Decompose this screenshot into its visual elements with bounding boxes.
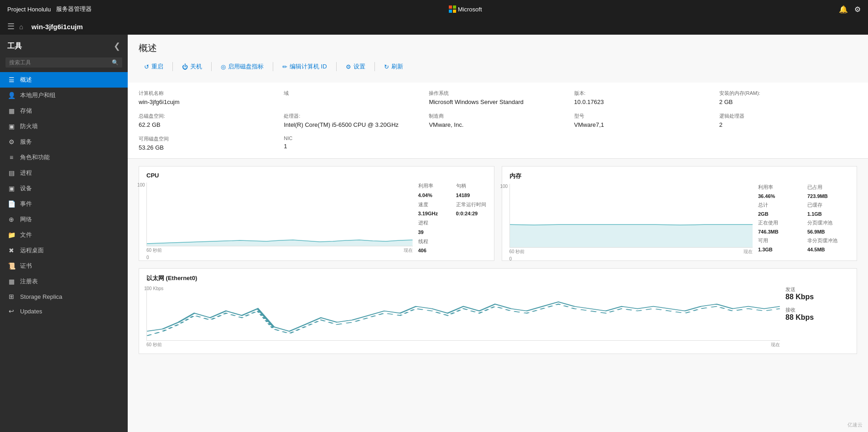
- memory-graph-container: 100 0 60 秒前 现在: [509, 184, 753, 255]
- sidebar-item-updates[interactable]: ↩ Updates: [0, 304, 128, 318]
- sidebar-search-area: 🔍: [0, 55, 128, 72]
- net-receive-stat: 接收 88 Kbps: [785, 307, 849, 322]
- memory-chart-card: 内存 100 0 60 秒前: [502, 166, 858, 261]
- sidebar-item-events[interactable]: 📄 事件: [0, 196, 128, 212]
- cpu-util-label: 利用率: [418, 182, 449, 190]
- cpu-scale-bottom: 0: [146, 255, 149, 260]
- updates-icon: ↩: [7, 307, 16, 315]
- edit-computer-button[interactable]: ✏ 编辑计算机 ID: [277, 60, 333, 73]
- cpu-processes-value: 39: [418, 229, 449, 235]
- notification-icon[interactable]: 🔔: [839, 5, 848, 14]
- sidebar-label-devices: 设备: [20, 184, 32, 193]
- sidebar-item-certificates[interactable]: 📜 证书: [0, 258, 128, 274]
- sidebar-label-remote-desktop: 远程桌面: [20, 246, 44, 255]
- info-section: 计算机名称 win-3jfg6i1cujm 域 操作系统 Microsoft W…: [128, 83, 868, 159]
- shutdown-button[interactable]: ⏻ 关机: [177, 60, 208, 73]
- sidebar-item-overview[interactable]: ☰ 概述: [0, 72, 128, 88]
- info-computer-name: 计算机名称 win-3jfg6i1cujm: [139, 90, 276, 105]
- mem-total-value: 2GB: [758, 211, 800, 217]
- sidebar-nav: ☰ 概述 👤 本地用户和组 ▦ 存储 ▣ 防火墙 ⚙ 服务 ≡ 角色和功能: [0, 72, 128, 432]
- cpu-stats: 利用率 句柄 4.04% 14189 速度 正常运行时间 3.19GHz 0:0…: [418, 182, 487, 254]
- memory-chart-title: 内存: [509, 172, 850, 180]
- mem-cached-label: 已缓存: [807, 202, 849, 208]
- topbar-ms-logo: Microsoft: [449, 5, 482, 13]
- cpu-blank2: [456, 229, 487, 235]
- sidebar-header: 工具 ❮: [0, 35, 128, 55]
- hamburger-icon[interactable]: ☰: [7, 21, 15, 31]
- devices-icon: ▣: [7, 185, 16, 192]
- refresh-button[interactable]: ↻ 刷新: [379, 60, 409, 73]
- sidebar-label-updates: Updates: [20, 308, 42, 315]
- home-icon[interactable]: ⌂: [19, 23, 23, 31]
- cpu-blank3: [456, 238, 487, 245]
- sidebar-item-files[interactable]: 📁 文件: [0, 227, 128, 243]
- net-send-label: 发送: [785, 286, 849, 293]
- sidebar-item-devices[interactable]: ▣ 设备: [0, 181, 128, 196]
- sidebar-label-services: 服务: [20, 138, 32, 146]
- sidebar-collapse-btn[interactable]: ❮: [114, 41, 120, 51]
- toolbar-sep-5: [374, 62, 375, 71]
- topbar: Project Honolulu 服务器管理器 Microsoft 🔔 ⚙: [0, 0, 868, 18]
- cpu-threads-label: 线程: [418, 238, 449, 245]
- restart-button[interactable]: ↺ 重启: [139, 60, 169, 73]
- sidebar-item-roles[interactable]: ≡ 角色和功能: [0, 150, 128, 165]
- sidebar-label-processes: 进程: [20, 169, 32, 177]
- restart-icon: ↺: [144, 63, 149, 70]
- charts-area: CPU 100 0 60 秒前: [128, 159, 868, 361]
- info-ram: 安装的内存(RAM): 2 GB: [719, 90, 857, 105]
- network-icon: ⊕: [7, 216, 16, 223]
- sidebar-label-network: 网络: [20, 215, 32, 224]
- settings-icon[interactable]: ⚙: [854, 5, 861, 14]
- sidebar-item-storage[interactable]: ▦ 存储: [0, 103, 128, 119]
- info-os: 操作系统 Microsoft Windows Server Standard: [429, 90, 567, 105]
- settings-button[interactable]: ⚙ 设置: [340, 60, 371, 73]
- cpu-graph: [146, 182, 413, 246]
- mem-total-label: 总计: [758, 202, 800, 208]
- info-model: 型号 VMware7,1: [574, 113, 712, 128]
- network-stats: 发送 88 Kbps 接收 88 Kbps: [785, 286, 849, 348]
- edit-icon: ✏: [282, 63, 287, 70]
- mem-time-right: 现在: [743, 249, 753, 255]
- server-manager-menu[interactable]: 服务器管理器: [56, 5, 92, 13]
- project-name: Project Honolulu: [7, 6, 51, 13]
- content-header: 概述 ↺ 重启 ⏻ 关机 ◎ 启用磁盘指标 ✏: [128, 35, 868, 83]
- net-time-right: 现在: [771, 342, 780, 348]
- cpu-handle-value: 14189: [456, 193, 487, 198]
- refresh-icon: ↻: [384, 63, 389, 70]
- cpu-blank: [456, 219, 487, 227]
- cpu-chart-svg: [147, 182, 413, 246]
- sidebar-item-storage-replica[interactable]: ⊞ Storage Replica: [0, 289, 128, 304]
- info-logical-cpu: 逻辑处理器 2: [719, 113, 857, 128]
- info-grid-2: 总磁盘空间: 62.2 GB 处理器: Intel(R) Core(TM) i5…: [139, 113, 857, 128]
- sidebar-item-processes[interactable]: ▤ 进程: [0, 165, 128, 181]
- cpu-uptime-value: 0:0:24:29: [456, 211, 487, 217]
- server-title: win-3jfg6i1cujm: [31, 23, 83, 31]
- mem-pagepool-value: 56.9MB: [807, 229, 849, 234]
- info-nic: NIC 1: [284, 135, 421, 151]
- net-time-left: 60 秒前: [146, 342, 162, 348]
- ms-label: Microsoft: [458, 6, 482, 13]
- info-cpu: 处理器: Intel(R) Core(TM) i5-6500 CPU @ 3.2…: [284, 113, 421, 128]
- disk-icon: ◎: [221, 63, 226, 70]
- sidebar-item-registry[interactable]: ▦ 注册表: [0, 274, 128, 289]
- info-free-disk: 可用磁盘空间 53.26 GB: [139, 135, 276, 151]
- sidebar-item-remote-desktop[interactable]: ✖ 远程桌面: [0, 243, 128, 258]
- toolbar-sep-2: [211, 62, 212, 71]
- search-input[interactable]: [9, 59, 109, 66]
- sidebar-item-local-users[interactable]: 👤 本地用户和组: [0, 88, 128, 103]
- enable-disk-button[interactable]: ◎ 启用磁盘指标: [215, 60, 269, 73]
- mem-occupied-label: 已占用: [807, 184, 849, 191]
- sidebar-item-firewall[interactable]: ▣ 防火墙: [0, 119, 128, 134]
- sidebar-label-overview: 概述: [20, 76, 32, 84]
- sidebar-item-network[interactable]: ⊕ 网络: [0, 212, 128, 227]
- cpu-chart-title: CPU: [146, 172, 487, 179]
- memory-chart-body: 100 0 60 秒前 现在: [509, 184, 850, 255]
- certificates-icon: 📜: [7, 262, 16, 270]
- watermark: 亿速云: [847, 422, 863, 428]
- sidebar-label-files: 文件: [20, 231, 32, 239]
- sidebar-label-storage: 存储: [20, 107, 32, 115]
- info-grid-3: 可用磁盘空间 53.26 GB NIC 1: [139, 135, 857, 151]
- sidebar-item-services[interactable]: ⚙ 服务: [0, 134, 128, 150]
- toolbar-sep-3: [273, 62, 273, 71]
- cpu-time: 60 秒前 现在: [146, 247, 413, 254]
